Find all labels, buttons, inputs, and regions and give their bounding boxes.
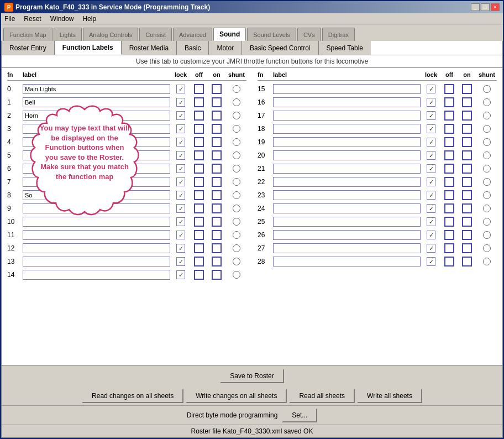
- fn-off-check-18[interactable]: [444, 124, 454, 134]
- fn-off-check-1[interactable]: [194, 97, 204, 107]
- fn-shunt-radio-16[interactable]: [483, 98, 491, 106]
- fn-on-check-8[interactable]: [212, 190, 222, 200]
- fn-lock-check-8[interactable]: [176, 191, 185, 200]
- fn-off-check-6[interactable]: [194, 164, 204, 174]
- fn-on-check-12[interactable]: [212, 243, 222, 253]
- tab-sound[interactable]: Sound: [213, 28, 246, 41]
- fn-off-check-9[interactable]: [194, 203, 204, 213]
- fn-lock-check-4[interactable]: [176, 138, 185, 147]
- fn-on-check-26[interactable]: [462, 230, 472, 240]
- fn-shunt-radio-26[interactable]: [483, 231, 491, 239]
- fn-off-check-27[interactable]: [444, 243, 454, 253]
- fn-on-check-24[interactable]: [462, 203, 472, 213]
- fn-on-check-3[interactable]: [212, 124, 222, 134]
- fn-off-check-2[interactable]: [194, 111, 204, 121]
- fn-on-check-7[interactable]: [212, 177, 222, 187]
- tab2-basic-speed-control[interactable]: Basic Speed Control: [242, 41, 318, 55]
- tab-sound-levels[interactable]: Sound Levels: [247, 28, 296, 41]
- read-changes-button[interactable]: Read changes on all sheets: [82, 389, 183, 403]
- fn-lock-check-24[interactable]: [427, 204, 435, 213]
- fn-off-check-23[interactable]: [444, 190, 454, 200]
- fn-on-check-25[interactable]: [462, 217, 472, 227]
- fn-shunt-radio-28[interactable]: [483, 258, 491, 265]
- fn-lock-check-1[interactable]: [176, 98, 185, 107]
- tab-cvs[interactable]: CVs: [297, 28, 321, 41]
- tab2-function-labels[interactable]: Function Labels: [55, 41, 122, 55]
- fn-lock-check-5[interactable]: [176, 151, 185, 160]
- fn-shunt-radio-19[interactable]: [483, 138, 491, 146]
- fn-label-input-12[interactable]: [23, 243, 170, 253]
- close-button[interactable]: ✕: [491, 3, 500, 11]
- minimize-button[interactable]: _: [471, 3, 480, 11]
- fn-shunt-radio-13[interactable]: [233, 258, 240, 265]
- fn-lock-check-10[interactable]: [176, 217, 185, 226]
- fn-on-check-14[interactable]: [212, 270, 222, 280]
- fn-off-check-4[interactable]: [194, 137, 204, 147]
- menu-file[interactable]: File: [3, 15, 16, 23]
- fn-lock-check-17[interactable]: [427, 111, 435, 120]
- fn-off-check-14[interactable]: [194, 270, 204, 280]
- fn-lock-check-9[interactable]: [176, 204, 185, 213]
- fn-label-input-23[interactable]: [273, 190, 421, 200]
- fn-off-check-15[interactable]: [444, 84, 454, 94]
- fn-shunt-radio-23[interactable]: [483, 191, 491, 199]
- fn-off-check-3[interactable]: [194, 124, 204, 134]
- fn-on-check-20[interactable]: [462, 150, 472, 160]
- fn-off-check-19[interactable]: [444, 137, 454, 147]
- fn-on-check-2[interactable]: [212, 111, 222, 121]
- fn-on-check-23[interactable]: [462, 190, 472, 200]
- fn-off-check-24[interactable]: [444, 203, 454, 213]
- fn-lock-check-23[interactable]: [427, 191, 435, 200]
- fn-shunt-radio-3[interactable]: [233, 125, 240, 133]
- fn-label-input-17[interactable]: [273, 111, 421, 121]
- fn-label-input-18[interactable]: [273, 124, 421, 134]
- fn-lock-check-25[interactable]: [427, 217, 435, 226]
- fn-shunt-radio-11[interactable]: [233, 231, 240, 239]
- fn-shunt-radio-20[interactable]: [483, 151, 491, 159]
- fn-shunt-radio-4[interactable]: [233, 138, 240, 146]
- fn-shunt-radio-22[interactable]: [483, 178, 491, 186]
- fn-on-check-10[interactable]: [212, 217, 222, 227]
- set-button[interactable]: Set...: [282, 408, 317, 422]
- fn-lock-check-27[interactable]: [427, 244, 435, 253]
- fn-on-check-15[interactable]: [462, 84, 472, 94]
- fn-label-input-0[interactable]: [23, 84, 170, 94]
- fn-off-check-7[interactable]: [194, 177, 204, 187]
- fn-label-input-14[interactable]: [23, 270, 170, 280]
- fn-on-check-11[interactable]: [212, 230, 222, 240]
- fn-lock-check-11[interactable]: [176, 231, 185, 239]
- fn-label-input-15[interactable]: [273, 84, 421, 94]
- fn-lock-check-13[interactable]: [176, 257, 185, 266]
- fn-on-check-1[interactable]: [212, 97, 222, 107]
- menu-help[interactable]: Help: [81, 15, 97, 23]
- fn-lock-check-12[interactable]: [176, 244, 185, 253]
- menu-reset[interactable]: Reset: [23, 15, 42, 23]
- menu-window[interactable]: Window: [49, 15, 75, 23]
- fn-off-check-13[interactable]: [194, 257, 204, 266]
- fn-on-check-18[interactable]: [462, 124, 472, 134]
- fn-shunt-radio-1[interactable]: [233, 98, 240, 106]
- tab-lights[interactable]: Lights: [54, 28, 82, 41]
- read-all-button[interactable]: Read all sheets: [289, 389, 355, 403]
- tab2-roster-entry[interactable]: Roster Entry: [2, 41, 55, 55]
- fn-lock-check-16[interactable]: [427, 98, 435, 107]
- fn-lock-check-19[interactable]: [427, 138, 435, 147]
- fn-lock-check-18[interactable]: [427, 124, 435, 133]
- fn-on-check-0[interactable]: [212, 84, 222, 94]
- fn-off-check-21[interactable]: [444, 164, 454, 174]
- tab-advanced[interactable]: Advanced: [173, 28, 212, 41]
- tab-consist[interactable]: Consist: [139, 28, 172, 41]
- fn-off-check-8[interactable]: [194, 190, 204, 200]
- fn-lock-check-2[interactable]: [176, 111, 185, 120]
- fn-off-check-16[interactable]: [444, 97, 454, 107]
- tab2-basic[interactable]: Basic: [177, 41, 209, 55]
- fn-on-check-17[interactable]: [462, 111, 472, 121]
- fn-lock-check-0[interactable]: [176, 85, 185, 93]
- fn-on-check-27[interactable]: [462, 243, 472, 253]
- fn-off-check-10[interactable]: [194, 217, 204, 227]
- fn-on-check-13[interactable]: [212, 257, 222, 266]
- fn-label-input-20[interactable]: [273, 150, 421, 160]
- fn-shunt-radio-0[interactable]: [233, 85, 240, 93]
- fn-off-check-20[interactable]: [444, 150, 454, 160]
- fn-lock-check-26[interactable]: [427, 231, 435, 239]
